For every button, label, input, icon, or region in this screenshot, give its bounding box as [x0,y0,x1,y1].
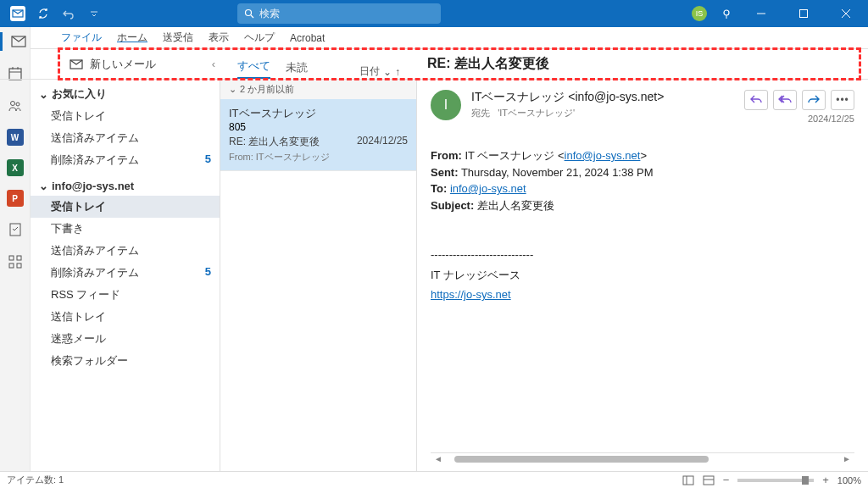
message-list: ⌄ 2 か月前以前 ITベースナレッジ805 RE: 差出人名変更後 2024/… [220,80,417,471]
chevron-down-icon: ⌄ [383,66,392,78]
sort-dropdown[interactable]: 日付 ⌄ ↑ [359,64,400,79]
folder-sent-fav[interactable]: 送信済みアイテム [31,127,220,149]
sort-direction-icon[interactable]: ↑ [395,66,400,78]
reading-subject: RE: 差出人名変更後 [417,49,868,79]
svg-point-1 [246,10,252,16]
item-count: アイテム数: 1 [7,474,64,486]
zoom-out-icon[interactable]: − [723,474,730,486]
to-email-link[interactable]: info@jo-sys.net [450,182,526,195]
reading-body: From: IT ベースナレッジ <info@jo-sys.net> Sent:… [431,147,854,303]
folder-deleted-fav[interactable]: 削除済みアイテム5 [31,149,220,171]
menu-view[interactable]: 表示 [209,30,229,45]
folder-junk[interactable]: 迷惑メール [31,328,220,350]
svg-line-2 [251,15,253,18]
msglist-group-header[interactable]: ⌄ 2 か月前以前 [220,80,416,99]
group-label: 2 か月前以前 [240,83,294,96]
todo-app-icon[interactable] [6,220,25,239]
favorites-label: お気に入り [52,86,107,102]
signature-url[interactable]: https://jo-sys.net [431,286,854,303]
statusbar: アイテム数: 1 − + 100% [0,471,868,488]
undo-icon[interactable] [61,6,76,21]
chevron-down-icon: ⌄ [229,84,236,95]
more-apps-icon[interactable] [6,252,25,271]
horizontal-scrollbar[interactable]: ◄ ► [431,452,854,464]
msg-from: ITベースナレッジ [229,106,408,121]
folder-outbox[interactable]: 送信トレイ [31,306,220,328]
zoom-in-icon[interactable]: + [822,474,829,486]
powerpoint-app-icon[interactable]: P [7,190,24,207]
account-label: info@jo-sys.net [52,180,134,192]
word-app-icon[interactable]: W [7,129,24,146]
tab-all[interactable]: すべて [237,58,270,79]
view-reading-icon[interactable] [703,475,715,485]
from-email-link[interactable]: info@jo-sys.net [565,149,641,162]
folder-deleted[interactable]: 削除済みアイテム5 [31,262,220,284]
account-group[interactable]: ⌄ info@jo-sys.net [31,176,220,196]
sender-to: 宛先 'ITベースナレッジ' [471,107,734,119]
ribbon: 新しいメール ‹ すべて 未読 日付 ⌄ ↑ RE: 差出人名変更後 [0,49,868,80]
user-avatar[interactable]: IS [692,6,707,21]
svg-rect-20 [9,263,14,268]
reply-all-button[interactable] [773,90,797,110]
menu-file[interactable]: ファイル [61,30,102,45]
new-mail-icon [70,58,83,70]
menu-home[interactable]: ホーム [117,30,147,45]
reading-pane: I ITベースナレッジ <info@jo-sys.net> 宛先 'ITベースナ… [417,80,868,471]
scroll-left-icon[interactable]: ◄ [431,454,446,463]
svg-point-15 [10,102,14,106]
sync-icon[interactable] [36,6,51,21]
message-item[interactable]: ITベースナレッジ805 RE: 差出人名変更後 2024/12/25 From… [220,99,416,171]
chevron-down-icon: ⌄ [39,180,48,192]
new-mail-button[interactable]: 新しいメール ‹ [0,49,220,79]
excel-app-icon[interactable]: X [7,159,24,176]
folder-inbox-fav[interactable]: 受信トレイ [31,105,220,127]
view-normal-icon[interactable] [682,475,694,485]
folder-sent[interactable]: 送信済みアイテム [31,240,220,262]
more-actions-button[interactable]: ••• [831,90,854,110]
lightbulb-icon[interactable] [719,6,734,21]
search-icon [244,8,254,19]
tab-unread[interactable]: 未読 [286,60,308,79]
signature-name: IT ナレッジベース [431,267,854,284]
msg-preview: From: ITベースナレッジ [229,151,408,164]
sender-name: ITベースナレッジ <info@jo-sys.net> [471,90,734,105]
svg-rect-18 [9,256,14,260]
msg-date: 2024/12/25 [357,135,408,149]
folder-inbox[interactable]: 受信トレイ [31,196,220,218]
sort-label: 日付 [359,64,380,79]
zoom-value: 100% [837,475,861,485]
folder-drafts[interactable]: 下書き [31,218,220,240]
svg-rect-7 [800,10,808,18]
main-area: ⌄ お気に入り 受信トレイ 送信済みアイテム 削除済みアイテム5 ⌄ info@… [0,80,868,471]
favorites-group[interactable]: ⌄ お気に入り [31,83,220,105]
menu-sendreceive[interactable]: 送受信 [163,30,193,45]
menubar: ファイル ホーム 送受信 表示 ヘルプ Acrobat [0,27,868,49]
minimize-button[interactable] [746,0,776,27]
msg-subject: RE: 差出人名変更後 [229,135,320,149]
search-input[interactable]: 検索 [237,3,441,24]
close-button[interactable] [831,0,861,27]
menu-acrobat[interactable]: Acrobat [290,32,325,44]
menu-help[interactable]: ヘルプ [244,30,275,45]
folder-rss[interactable]: RSS フィード [31,284,220,306]
maximize-button[interactable] [788,0,819,27]
search-placeholder: 検索 [259,7,280,21]
new-mail-label: 新しいメール [90,57,156,72]
scroll-thumb[interactable] [454,456,709,463]
collapse-nav-icon[interactable]: ‹ [212,58,215,70]
outlook-icon [10,6,25,21]
reply-button[interactable] [744,90,768,110]
mail-app-icon[interactable] [0,32,30,51]
folder-search[interactable]: 検索フォルダー [31,350,220,372]
svg-point-16 [16,103,19,106]
forward-button[interactable] [802,90,826,110]
people-app-icon[interactable] [6,97,25,115]
scroll-right-icon[interactable]: ► [839,454,854,463]
qat-dropdown-icon[interactable] [86,6,102,21]
chevron-down-icon: ⌄ [39,88,48,101]
svg-rect-21 [17,263,21,268]
svg-point-3 [724,10,729,15]
sender-avatar: I [431,90,461,120]
app-rail: W X P [0,27,31,471]
zoom-slider[interactable] [737,479,814,482]
